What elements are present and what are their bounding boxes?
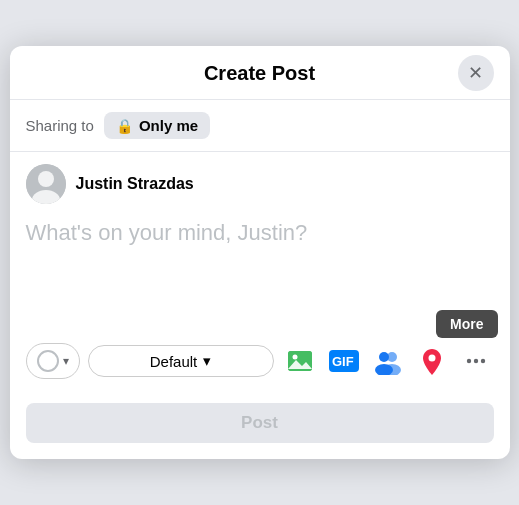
photo-icon-button[interactable] [282,343,318,379]
font-chevron-icon: ▾ [203,352,211,370]
font-selector[interactable]: Default ▾ [88,345,274,377]
chevron-down-icon: ▾ [63,354,69,368]
sharing-row: Sharing to 🔒 Only me [10,100,510,152]
audience-circle-icon [37,350,59,372]
lock-icon: 🔒 [116,118,133,134]
post-placeholder[interactable]: What's on your mind, Justin? [26,216,494,250]
audience-selector[interactable]: ▾ [26,343,80,379]
svg-point-5 [292,355,297,360]
gif-icon-button[interactable]: GIF [326,343,362,379]
tag-people-icon-button[interactable] [370,343,406,379]
avatar [26,164,66,204]
more-tooltip: More [436,310,497,338]
close-button[interactable]: ✕ [458,55,494,91]
post-input-area: What's on your mind, Justin? [10,208,510,308]
post-button-row: Post [10,395,510,459]
modal-title: Create Post [204,62,315,85]
close-icon: ✕ [468,62,483,84]
emoji-hint-row: ☺ [26,316,494,339]
modal-header: Create Post ✕ [10,46,510,100]
post-button[interactable]: Post [26,403,494,443]
location-icon-button[interactable] [414,343,450,379]
svg-point-13 [428,355,435,362]
toolbar-area: ☺ More ▾ Default ▾ [10,308,510,395]
sharing-badge-button[interactable]: 🔒 Only me [104,112,210,139]
svg-text:GIF: GIF [332,354,354,369]
font-selector-label: Default [150,353,198,370]
create-post-modal: Create Post ✕ Sharing to 🔒 Only me Justi… [10,46,510,459]
svg-point-15 [473,359,477,363]
more-options-button[interactable] [458,343,494,379]
user-name: Justin Strazdas [76,175,194,193]
svg-point-1 [38,171,54,187]
svg-point-14 [466,359,470,363]
svg-point-16 [480,359,484,363]
sharing-label: Sharing to [26,117,94,134]
sharing-badge-label: Only me [139,117,198,134]
more-tooltip-label: More [450,316,483,332]
user-row: Justin Strazdas [10,152,510,208]
toolbar-row: ▾ Default ▾ GIF [26,343,494,379]
svg-point-10 [387,352,397,362]
